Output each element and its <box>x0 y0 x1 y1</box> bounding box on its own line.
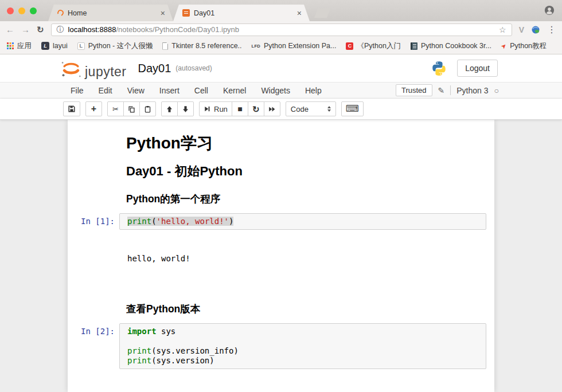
bookmark-favicon: L <box>77 42 85 50</box>
move-cell-up-button[interactable] <box>161 101 178 116</box>
bookmark-label: Python Extension Pa... <box>264 42 336 50</box>
add-cell-button[interactable]: + <box>85 101 102 116</box>
bookmark-label: Python教程 <box>510 41 547 51</box>
cut-cell-button[interactable]: ✂ <box>107 101 124 116</box>
checkpoint-status: (autosaved) <box>175 64 212 72</box>
refresh-icon: ↻ <box>252 105 260 113</box>
tab-day01[interactable]: Day01 × <box>173 5 310 21</box>
tab-title: Home <box>68 9 155 17</box>
bookmark-item[interactable]: Python Cookbook 3r... <box>411 42 491 50</box>
bookmark-star-icon[interactable]: ☆ <box>499 25 506 34</box>
divider <box>450 85 451 95</box>
menu-item[interactable]: File <box>63 86 91 95</box>
markdown-cell[interactable]: Day01 - 初始Python <box>68 155 494 182</box>
page-title[interactable]: Day01 <box>138 62 171 75</box>
copy-cell-button[interactable] <box>123 101 140 116</box>
kernel-idle-icon: ○ <box>494 86 499 95</box>
bookmark-favicon <box>411 42 417 50</box>
code-input[interactable]: print('hello, world!') <box>119 213 486 230</box>
window-zoom-button[interactable] <box>30 7 37 14</box>
extension-globe-icon[interactable] <box>531 25 540 34</box>
notebook-favicon <box>182 9 190 17</box>
tab-home[interactable]: Home × <box>48 5 173 21</box>
move-cell-down-button[interactable] <box>177 101 194 116</box>
menu-item[interactable]: Kernel <box>216 86 253 95</box>
restart-kernel-button[interactable]: ↻ <box>248 101 264 116</box>
tab-title: Day01 <box>194 9 292 17</box>
extension-v-icon[interactable]: V <box>519 25 524 34</box>
cell-type-value: Code <box>291 105 309 113</box>
tab-close-icon[interactable]: × <box>159 9 166 17</box>
cell-output: sys.version_info(major=3, minor=6, micro… <box>127 373 486 392</box>
menu-item[interactable]: Widgets <box>253 86 298 95</box>
code-cell-2[interactable]: In [2]: import sys print(sys.version_inf… <box>68 320 494 392</box>
address-input[interactable]: ⓘ localhost:8888 /notebooks/PythonCode/D… <box>51 23 512 36</box>
jupyter-logo[interactable]: jupyter <box>60 58 127 79</box>
notebook-menubar: File Edit View Insert Cell Kernel Widget… <box>0 82 562 99</box>
window-minimize-button[interactable] <box>18 7 25 14</box>
markdown-cell[interactable]: Python的第一个程序 <box>68 182 494 208</box>
arrow-up-icon <box>166 105 173 113</box>
plus-icon: + <box>91 104 96 113</box>
pencil-icon: ✎ <box>438 86 445 95</box>
menu-item[interactable]: Edit <box>91 86 120 95</box>
select-arrows-icon <box>327 106 331 112</box>
trusted-button[interactable]: Trusted <box>396 84 432 96</box>
heading-2: Day01 - 初始Python <box>126 164 485 179</box>
new-tab-button[interactable] <box>314 9 330 18</box>
menu-item[interactable]: Cell <box>187 86 216 95</box>
cell-type-select[interactable]: Code <box>286 101 336 116</box>
browser-url-bar: ← → ↻ ⓘ localhost:8888 /notebooks/Python… <box>0 21 562 38</box>
restart-run-all-button[interactable] <box>264 101 280 116</box>
markdown-cell[interactable]: Python学习 <box>68 128 494 155</box>
notebook-container: Python学习 Day01 - 初始Python Python的第一个程序 I… <box>68 120 494 392</box>
bookmark-favicon: C <box>346 42 353 50</box>
interrupt-kernel-button[interactable]: ■ <box>232 101 248 116</box>
heading-3: Python的第一个程序 <box>126 193 485 205</box>
paste-cell-button[interactable] <box>139 101 156 116</box>
tab-close-icon[interactable]: × <box>296 9 303 17</box>
menu-item[interactable]: Insert <box>152 86 187 95</box>
menu-item[interactable]: View <box>120 86 152 95</box>
bookmark-favicon: LFD <box>252 44 260 49</box>
copy-icon <box>128 105 135 113</box>
bookmark-item[interactable]: 应用 <box>7 41 32 51</box>
cell-output: hello, world! <box>127 234 486 284</box>
run-button[interactable]: Run <box>199 101 232 116</box>
bookmark-item[interactable]: C 《Python入门 <box>346 41 400 51</box>
logout-button[interactable]: Logout <box>457 60 498 77</box>
bookmark-favicon <box>162 42 168 50</box>
forward-icon[interactable]: → <box>21 25 30 34</box>
bookmarks-bar: 应用 L layui L Python - 这个人很懒 Tkinter 8.5 … <box>0 38 562 54</box>
stop-icon: ■ <box>237 105 242 113</box>
reload-icon[interactable]: ↻ <box>37 25 44 34</box>
scissors-icon: ✂ <box>112 105 119 113</box>
fast-forward-icon <box>268 105 276 113</box>
bookmark-item[interactable]: L Python - 这个人很懒 <box>77 41 153 51</box>
markdown-cell[interactable]: 查看Python版本 <box>68 287 494 318</box>
arrow-down-icon <box>182 105 189 113</box>
bookmark-item[interactable]: ➤ Python教程 <box>501 41 547 51</box>
url-path: /notebooks/PythonCode/Day01.ipynb <box>116 25 239 34</box>
code-cell-1[interactable]: In [1]: print('hello, world!') hello, wo… <box>68 210 494 287</box>
chrome-menu-icon[interactable]: ⋮ <box>547 24 556 35</box>
save-button[interactable] <box>63 101 80 116</box>
bookmark-label: layui <box>53 42 68 50</box>
bookmark-label: Tkinter 8.5 reference.. <box>171 42 241 50</box>
bookmark-favicon: ➤ <box>499 42 508 50</box>
command-palette-button[interactable]: ⌨ <box>341 101 364 116</box>
bookmark-label: 应用 <box>17 41 32 51</box>
window-close-button[interactable] <box>7 7 14 14</box>
back-icon[interactable]: ← <box>6 25 14 34</box>
site-info-icon[interactable]: ⓘ <box>57 25 64 35</box>
bookmark-item[interactable]: L layui <box>41 42 68 50</box>
notebook-toolbar: + ✂ <box>0 99 562 120</box>
profile-icon[interactable] <box>544 5 555 15</box>
menu-item[interactable]: Help <box>298 86 329 95</box>
bookmark-favicon: L <box>41 42 49 50</box>
bookmark-item[interactable]: Tkinter 8.5 reference.. <box>162 42 241 50</box>
kernel-name: Python 3 <box>456 86 488 95</box>
python-logo-icon <box>431 61 447 76</box>
bookmark-item[interactable]: LFD Python Extension Pa... <box>252 42 337 50</box>
code-input[interactable]: import sys print(sys.version_info)print(… <box>119 323 486 369</box>
